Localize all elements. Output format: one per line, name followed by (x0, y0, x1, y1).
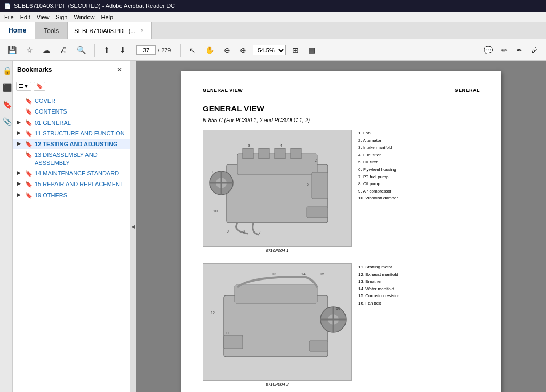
search-button[interactable]: 🔍 (74, 44, 89, 57)
tab-document[interactable]: SEBE6710A03.PDF (... × (68, 22, 151, 39)
menu-file[interactable]: File (4, 14, 14, 20)
bookmark-icon-disassembly: 🔖 (25, 151, 33, 158)
legend-2: 11. Starting motor 12. Exhaust manifold … (358, 263, 399, 387)
bookmark-label-disassembly: 13 DISASSEMBLY AND ASSSEMBLY (35, 151, 127, 166)
svg-rect-2 (243, 148, 253, 159)
svg-text:4: 4 (280, 143, 282, 147)
bookmark-disassembly[interactable]: 🔖 13 DISASSEMBLY AND ASSSEMBLY (13, 149, 130, 168)
panel-collapse-bar[interactable]: ◀ (130, 61, 136, 392)
zoom-select[interactable]: 54.5% (253, 45, 286, 55)
page-header: GENERAL VIEW GENERAL (203, 87, 480, 95)
toolbar-separator-1 (94, 44, 95, 57)
legend-item-7: 7. PT fuel pump (358, 173, 398, 181)
bookmark-icon-testing: 🔖 (25, 140, 33, 148)
legend2-item-14: 14. Water manifold (358, 285, 399, 293)
legend2-item-16: 16. Fan belt (358, 300, 399, 307)
hand-tool-button[interactable]: ✋ (202, 44, 218, 57)
svg-rect-21 (307, 207, 328, 218)
toolbar-right: 💬 ✏ ✒ 🖊 (480, 44, 542, 57)
pointer-tool-button[interactable]: ↖ (186, 44, 199, 57)
sidebar-icon-layers[interactable]: ⬛ (1, 81, 12, 94)
collapse-arrow-icon: ◀ (131, 223, 135, 229)
bookmark-cover[interactable]: 🔖 COVER (13, 95, 130, 106)
svg-rect-23 (235, 285, 317, 303)
tab-home[interactable]: Home (0, 22, 35, 39)
sidebar-icon-bookmarks[interactable]: 🔖 (1, 98, 12, 111)
bm-view-options-button[interactable]: ☰▼ (16, 82, 31, 91)
zoom-out-button[interactable]: ⊖ (221, 44, 234, 57)
menu-edit[interactable]: Edit (20, 14, 30, 20)
pdf-viewer[interactable]: GENERAL VIEW GENERAL GENERAL VIEW N-855-… (136, 61, 546, 392)
draw-button[interactable]: ✒ (513, 44, 526, 57)
comment-button[interactable]: 💬 (480, 44, 496, 57)
svg-text:14: 14 (301, 272, 306, 276)
zoom-in-button[interactable]: ⊕ (237, 44, 250, 57)
bookmarks-close-button[interactable]: ✕ (114, 64, 125, 76)
expand-testing: ▶ (17, 141, 23, 147)
bookmark-label-repair: 15 REPAIR AND REPLACEMENT (35, 180, 127, 188)
toolbar: 💾 ☆ ☁ 🖨 🔍 ⬆ ⬇ / 279 ↖ ✋ ⊖ ⊕ 54.5% ⊞ ▤ 💬 … (0, 39, 546, 61)
bookmark-icon-repair: 🔖 (25, 180, 33, 188)
bookmark-add-button[interactable]: ☆ (23, 44, 36, 57)
svg-text:5: 5 (307, 182, 309, 186)
bookmark-contents[interactable]: 🔖 CONTENTS (13, 106, 130, 117)
legend-item-9: 9. Air compressor (358, 188, 398, 195)
scroll-down-button[interactable]: ⬇ (116, 44, 129, 57)
sidebar-icon-paperclip[interactable]: 📎 (1, 115, 12, 128)
bookmark-structure[interactable]: ▶ 🔖 11 STRUCTURE AND FUNCTION (13, 128, 130, 139)
svg-text:11: 11 (226, 331, 230, 335)
save-button[interactable]: 💾 (4, 44, 20, 57)
svg-rect-28 (224, 335, 243, 349)
bookmark-label-structure: 11 STRUCTURE AND FUNCTION (35, 130, 127, 137)
bookmark-label-general: 01 GENERAL (35, 119, 127, 126)
fit-page-button[interactable]: ⊞ (289, 44, 302, 57)
svg-text:9: 9 (227, 229, 229, 233)
page-subtitle: N-855-C (For PC300-1, 2 and PC300LC-1, 2… (203, 117, 480, 123)
legend-item-1: 1. Fan (358, 130, 398, 137)
menu-sign[interactable]: Sign (55, 14, 67, 20)
print-button[interactable]: 🖨 (57, 44, 70, 57)
bookmark-label-cover: COVER (35, 97, 127, 105)
bookmark-others[interactable]: ▶ 🔖 19 OTHERS (13, 190, 130, 201)
menu-bar: File Edit View Sign Window Help (0, 12, 546, 22)
scroll-up-button[interactable]: ⬆ (100, 44, 113, 57)
engine-diagram-1: 1 2 3 4 5 6 7 8 9 10 (203, 130, 480, 253)
page-header-right: GENERAL (454, 87, 480, 93)
bookmark-icon-cover: 🔖 (25, 97, 33, 105)
legend-item-8: 8. Oil pump (358, 180, 398, 188)
share-button[interactable]: ☁ (39, 44, 53, 57)
legend-item-6: 6. Flywheel housing (358, 166, 398, 173)
menu-window[interactable]: Window (74, 14, 94, 20)
svg-text:3: 3 (248, 143, 250, 147)
bookmarks-header: Bookmarks ✕ (13, 61, 130, 79)
sidebar-icon-lock[interactable]: 🔒 (1, 64, 12, 77)
legend-item-10: 10. Vibration damper (358, 195, 398, 202)
bookmark-general[interactable]: ▶ 🔖 01 GENERAL (13, 117, 130, 128)
legend2-item-15: 15. Corrosion resistor (358, 292, 399, 300)
bookmark-testing[interactable]: ▶ 🔖 12 TESTING AND ADJUSTING (13, 139, 130, 149)
svg-text:10: 10 (213, 209, 218, 213)
sidebar-icons: 🔒 ⬛ 🔖 📎 (0, 61, 13, 392)
menu-help[interactable]: Help (101, 14, 114, 20)
bookmark-icon-general: 🔖 (25, 119, 33, 126)
bookmark-label-maintenance: 14 MAINTENANCE STANDARD (35, 170, 127, 177)
expand-structure: ▶ (17, 130, 23, 137)
page-number-input[interactable] (136, 45, 156, 55)
svg-rect-4 (275, 148, 285, 159)
highlight-button[interactable]: ✏ (498, 44, 511, 57)
tab-close-button[interactable]: × (140, 27, 145, 35)
engine-image-2: 13 14 15 16 11 12 (203, 263, 352, 381)
bookmark-maintenance[interactable]: ▶ 🔖 14 MAINTENANCE STANDARD (13, 168, 130, 179)
bookmark-repair[interactable]: ▶ 🔖 15 REPAIR AND REPLACEMENT (13, 179, 130, 189)
svg-text:2: 2 (315, 158, 317, 162)
sign-button[interactable]: 🖊 (528, 44, 542, 57)
main-area: 🔒 ⬛ 🔖 📎 Bookmarks ✕ ☰▼ 🔖 🔖 COVER (0, 61, 546, 392)
legend-1: 1. Fan 2. Alternator 3. Intake manifold … (358, 130, 398, 253)
bm-bookmark-icon-button[interactable]: 🔖 (34, 82, 45, 91)
view-options-button[interactable]: ▤ (305, 44, 318, 57)
tab-tools[interactable]: Tools (35, 22, 68, 39)
page-navigation: / 279 (136, 45, 171, 55)
menu-view[interactable]: View (37, 14, 50, 20)
expand-general: ▶ (17, 119, 23, 126)
page-main-title: GENERAL VIEW (203, 104, 480, 113)
